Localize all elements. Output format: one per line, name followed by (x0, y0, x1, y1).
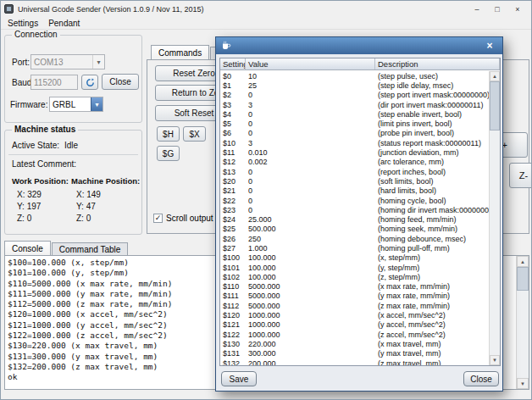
settings-row[interactable]: $20 0 (soft limits, bool) (220, 176, 489, 186)
settings-row[interactable]: $13 0 (report inches, bool) (220, 167, 489, 176)
tab-command-table[interactable]: Command Table (52, 242, 129, 256)
refresh-ports-button[interactable] (81, 75, 98, 90)
connection-close-button[interactable]: Close (102, 74, 139, 90)
divider (8, 154, 138, 155)
settings-row[interactable]: $24 25.000 (homing feed, mm/min) (220, 214, 489, 224)
scroll-down-icon[interactable]: ▼ (490, 355, 500, 365)
close-button[interactable]: × (507, 5, 528, 14)
column-description[interactable]: Description (375, 58, 500, 69)
menu-settings[interactable]: Settings (3, 19, 43, 28)
settings-row[interactable]: $26 250 (homing debounce, msec) (220, 234, 489, 243)
settings-row[interactable]: $102 100.000 (z, step/mm) (220, 272, 489, 281)
firmware-label: Firmware: (10, 100, 47, 109)
settings-row[interactable]: $5 0 (limit pins invert, bool) (220, 119, 489, 128)
settings-row[interactable]: $6 0 (probe pin invert, bool) (220, 129, 489, 138)
dialog-title-bar[interactable]: × (216, 37, 502, 54)
firmware-select[interactable]: GRBL ▼ (49, 97, 103, 112)
settings-row[interactable]: $110 5000.000 (x max rate, mm/min) (220, 282, 489, 292)
settings-row[interactable]: $100 100.000 (x, step/mm) (220, 253, 489, 263)
settings-row[interactable]: $111 5000.000 (y max rate, mm/min) (220, 292, 489, 301)
settings-row[interactable]: $122 1000.000 (z accel, mm/sec^2) (220, 330, 489, 339)
settings-row[interactable]: $25 500.000 (homing seek, mm/min) (220, 225, 489, 234)
cell-description: (hard limits, bool) (375, 186, 489, 195)
settings-row[interactable]: $131 300.000 (y max travel, mm) (220, 349, 489, 358)
machine-status-title: Machine status (12, 125, 78, 134)
cell-description: (arc tolerance, mm) (375, 158, 489, 166)
grbl-settings-dialog: × Setting Value Description $0 10 (step … (215, 36, 503, 392)
settings-row[interactable]: $11 0.010 (junction deviation, mm) (220, 147, 489, 157)
settings-scrollbar[interactable]: ▲ ▼ (489, 71, 500, 365)
console-scrollbar[interactable]: ▲ ▼ (516, 256, 529, 389)
save-button[interactable]: Save (221, 371, 257, 386)
scroll-up-icon[interactable]: ▲ (490, 71, 500, 81)
tab-console[interactable]: Console (4, 241, 51, 256)
cell-value: 1000.000 (246, 331, 375, 339)
settings-row[interactable]: $121 1000.000 (y accel, mm/sec^2) (220, 320, 489, 330)
cell-value: 0 (246, 110, 375, 119)
column-setting[interactable]: Setting (220, 58, 246, 69)
settings-row[interactable]: $3 3 (dir port invert mask:00000011) (220, 100, 489, 109)
settings-row[interactable]: $101 100.000 (y, step/mm) (220, 263, 489, 272)
cell-setting: $101 (220, 264, 246, 272)
cell-value: 1.000 (246, 244, 375, 253)
cell-setting: $130 (220, 340, 246, 348)
settings-row[interactable]: $22 0 (homing cycle, bool) (220, 196, 489, 205)
console-scrollbar-thumb[interactable] (517, 267, 529, 291)
settings-table-header: Setting Value Description (220, 58, 500, 70)
settings-row[interactable]: $0 10 (step pulse, usec) (220, 71, 489, 81)
column-value[interactable]: Value (246, 58, 375, 69)
cell-value: 300.000 (246, 349, 375, 358)
cell-value: 3 (246, 101, 375, 109)
settings-row[interactable]: $112 5000.000 (z max rate, mm/min) (220, 301, 489, 310)
settings-row[interactable]: $132 200.000 (z max travel, mm) (220, 358, 489, 365)
cell-description: (step idle delay, msec) (375, 81, 489, 90)
port-select[interactable]: COM13 ▾ (30, 54, 105, 69)
settings-row[interactable]: $130 220.000 (x max travel, mm) (220, 339, 489, 348)
unlock-button[interactable]: $X (183, 126, 206, 142)
dialog-close-button[interactable]: Close (463, 371, 499, 386)
settings-row[interactable]: $120 1000.000 (x accel, mm/sec^2) (220, 310, 489, 319)
settings-row[interactable]: $2 0 (step port invert mask:00000000) (220, 91, 489, 100)
tab-commands[interactable]: Commands (151, 45, 209, 60)
baud-value: 115200 (34, 78, 62, 87)
cell-description: (homing debounce, msec) (375, 235, 489, 243)
cell-value: 1000.000 (246, 320, 375, 329)
scroll-down-icon[interactable]: ▼ (517, 378, 529, 389)
cell-value: 100.000 (246, 273, 375, 281)
settings-row[interactable]: $27 1.000 (homing pull-off, mm) (220, 243, 489, 253)
window-title: Universal Gcode Sender (Version 1.0.9 / … (18, 5, 467, 14)
cell-value: 0 (246, 186, 375, 195)
cell-value: 25.000 (246, 215, 375, 224)
cell-setting: $24 (220, 215, 246, 224)
scroll-up-icon[interactable]: ▲ (517, 256, 529, 267)
maximize-button[interactable]: □ (487, 5, 507, 14)
firmware-value: GRBL (53, 100, 75, 109)
cell-value: 5000.000 (246, 292, 375, 300)
jog-z-minus-button[interactable]: Z- (509, 163, 532, 188)
parser-state-button[interactable]: $G (157, 146, 180, 161)
machine-position-z: Z: 0 (76, 214, 91, 223)
dialog-close-icon[interactable]: × (482, 40, 497, 52)
settings-row[interactable]: $10 3 (status report mask:00000011) (220, 138, 489, 147)
work-position-z: Z: 0 (17, 214, 31, 223)
settings-scrollbar-thumb[interactable] (490, 81, 500, 131)
cell-description: (y max travel, mm) (375, 349, 489, 358)
cell-setting: $25 (220, 225, 246, 233)
menu-pendant[interactable]: Pendant (43, 19, 85, 28)
console-tabs: Console Command Table (4, 241, 129, 256)
connection-title: Connection (12, 30, 60, 39)
minimize-button[interactable]: – (467, 5, 487, 14)
cell-setting: $20 (220, 177, 246, 186)
settings-row[interactable]: $4 0 (step enable invert, bool) (220, 109, 489, 119)
settings-row[interactable]: $12 0.002 (arc tolerance, mm) (220, 158, 489, 167)
baud-select[interactable]: 115200 (30, 75, 78, 90)
home-machine-button[interactable]: $H (157, 126, 180, 142)
work-position-y: Y: 197 (17, 202, 41, 211)
cell-description: (homing seek, mm/min) (375, 225, 489, 233)
cell-setting: $13 (220, 168, 246, 176)
settings-row[interactable]: $23 0 (homing dir invert mask:00000000) (220, 205, 489, 214)
settings-row[interactable]: $21 0 (hard limits, bool) (220, 186, 489, 196)
cell-setting: $112 (220, 302, 246, 310)
cell-value: 220.000 (246, 340, 375, 348)
settings-row[interactable]: $1 25 (step idle delay, msec) (220, 81, 489, 90)
